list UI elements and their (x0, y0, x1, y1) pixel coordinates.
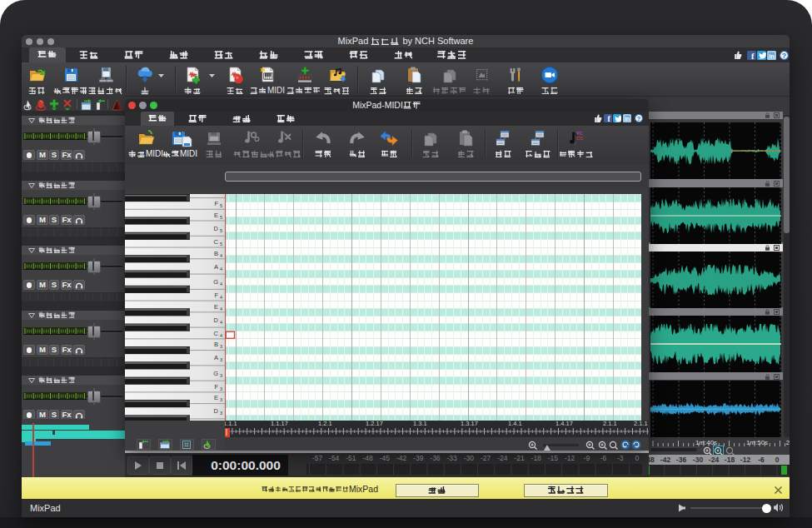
svg-text:3: 3 (220, 411, 222, 416)
svg-text:3: 3 (220, 397, 222, 402)
svg-text:3: 3 (220, 357, 222, 362)
svg-text:4: 4 (220, 333, 222, 338)
svg-text:F: F (214, 383, 218, 391)
svg-text:E: E (214, 394, 218, 401)
svg-text:4: 4 (220, 253, 222, 258)
svg-text:D: D (214, 407, 219, 415)
svg-text:CC: CC (576, 136, 583, 141)
svg-text:5: 5 (220, 215, 222, 220)
svg-text:G: G (213, 370, 218, 377)
svg-text:F: F (214, 200, 218, 207)
svg-text:?: ? (637, 115, 641, 122)
svg-text:4: 4 (220, 295, 222, 300)
svg-text:A: A (214, 263, 218, 271)
svg-text:E: E (214, 303, 218, 311)
svg-text:in: in (769, 52, 775, 60)
svg-text:E: E (214, 212, 218, 219)
svg-text:5: 5 (220, 228, 222, 233)
svg-text:B: B (214, 250, 218, 257)
svg-text:F: F (214, 291, 218, 299)
svg-text:3: 3 (220, 373, 222, 378)
svg-text:3: 3 (220, 344, 222, 349)
svg-text:A: A (214, 354, 218, 361)
svg-text:I: I (575, 142, 575, 146)
svg-text:C: C (214, 238, 219, 246)
svg-text:f: f (751, 52, 755, 60)
svg-text:5: 5 (220, 242, 222, 247)
svg-text:in: in (625, 116, 630, 122)
svg-text:3: 3 (220, 386, 222, 391)
svg-text:B: B (214, 341, 218, 348)
svg-text:D: D (214, 316, 219, 324)
svg-text:4: 4 (220, 266, 222, 271)
svg-text:4: 4 (220, 320, 222, 325)
svg-text:?: ? (781, 51, 785, 59)
svg-text:5: 5 (220, 203, 222, 208)
svg-text:4: 4 (220, 281, 222, 286)
svg-text:C: C (214, 330, 219, 337)
svg-text:4: 4 (220, 306, 222, 311)
svg-text:G: G (213, 278, 218, 286)
svg-text:D: D (214, 225, 219, 232)
